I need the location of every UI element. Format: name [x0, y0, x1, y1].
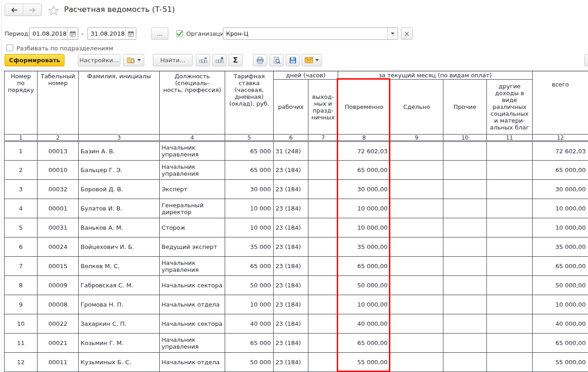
print-button[interactable]	[253, 54, 267, 66]
cell-other	[443, 276, 487, 295]
cell-piece	[390, 161, 443, 180]
cell-position: Начальник сектора	[160, 314, 225, 334]
cell-position: Начальник управления	[160, 161, 225, 180]
cell-n: 5	[5, 218, 38, 237]
table-row: 300032Боровой Д. В.Эксперт30 00023 (184)…	[5, 180, 588, 199]
cell-rate: 35 000	[225, 237, 274, 257]
expand-groups-button[interactable]	[212, 54, 227, 66]
table-row: 400001Булатов И. В.Генеральный директор1…	[5, 199, 588, 218]
cell-time: 72 602,03	[338, 141, 390, 161]
expand-groups-icon	[216, 57, 224, 64]
back-button[interactable]	[5, 4, 23, 16]
organization-dropdown-button[interactable]	[387, 28, 398, 39]
page-title: Расчетная ведомость (Т-51)	[64, 5, 175, 14]
find-button[interactable]: Найти...	[153, 54, 193, 66]
period-from-value[interactable]: 01.08.2018	[30, 30, 67, 37]
period-more-button[interactable]: ...	[151, 27, 168, 40]
payroll-table: Номер по порядку Табельный номер Фамилия…	[4, 71, 588, 372]
cell-time: 50 000,00	[338, 276, 390, 295]
period-from-calendar-button[interactable]	[67, 28, 78, 39]
organization-value[interactable]: Крон-Ц	[223, 30, 387, 37]
cell-other	[443, 314, 487, 334]
period-label: Период:	[5, 30, 30, 37]
cell-tab: 00022	[38, 314, 79, 334]
cell-time: 10 000,00	[338, 218, 390, 237]
cell-days: 23 (184)	[274, 334, 308, 353]
cell-rate: 30 000	[225, 180, 274, 199]
cell-days: 31 (248)	[274, 141, 308, 161]
column-number: 1	[5, 135, 38, 141]
settings-button[interactable]: Настройки...	[78, 54, 120, 66]
cell-position: Начальник управления	[160, 334, 225, 353]
period-from-field[interactable]: 01.08.2018	[29, 27, 78, 40]
table-row: 1100021Козьмин Г. М.Начальник управления…	[5, 334, 588, 353]
cell-name: Войцехович И. Б.	[79, 237, 160, 257]
sum-button[interactable]: Σ	[228, 54, 243, 66]
period-to-field[interactable]: 31.08.2018	[87, 27, 136, 40]
cell-total: 10 000,00	[533, 295, 588, 314]
folder-document-icon	[127, 57, 135, 64]
preview-magnifier-icon	[273, 57, 281, 64]
generate-button[interactable]: Сформировать	[5, 54, 65, 66]
history-nav-group	[5, 4, 42, 16]
cell-position: Сторож	[160, 218, 225, 237]
forward-button[interactable]	[23, 4, 41, 16]
cell-days: 23 (184)	[274, 353, 308, 372]
cell-social	[487, 295, 533, 314]
column-number: 2	[38, 135, 79, 141]
cell-social	[487, 141, 533, 161]
preview-button[interactable]	[270, 54, 284, 66]
envelope-icon	[305, 57, 313, 63]
cell-n: 2	[5, 161, 38, 180]
header-group-row: Номер по порядку Табельный номер Фамилия…	[5, 71, 588, 80]
column-number: 11	[487, 135, 533, 141]
cell-name: Кузьминых Б. С.	[79, 353, 160, 372]
close-icon: ×	[404, 30, 410, 38]
split-by-departments-checkbox[interactable]	[6, 44, 13, 51]
cell-time: 65 000,00	[338, 257, 390, 276]
period-to-value[interactable]: 31.08.2018	[88, 30, 125, 37]
column-number: 6	[274, 135, 308, 141]
table-row: 1200011Кузьминых Б. С.Начальник отдела50…	[5, 353, 588, 372]
cell-piece	[390, 199, 443, 218]
cell-days: 23 (184)	[274, 180, 308, 199]
cell-rate: 10 000	[225, 295, 274, 314]
cell-days: 23 (184)	[274, 295, 308, 314]
column-number: 4	[160, 135, 225, 141]
cell-rate: 65 000	[225, 141, 274, 161]
cell-total: 65 000,00	[533, 161, 588, 180]
arrow-left-icon	[11, 7, 18, 13]
cell-name: Громова Н. П.	[79, 295, 160, 314]
cell-total: 40 000,00	[533, 314, 588, 334]
organization-clear-button[interactable]: ×	[401, 27, 413, 40]
cell-days: 23 (184)	[274, 218, 308, 237]
cell-piece	[390, 353, 443, 372]
report-variants-button[interactable]	[123, 54, 144, 66]
clipped-right-button[interactable]	[584, 54, 588, 66]
col-header-position: Должность (специаль- ность, профессия)	[160, 71, 225, 135]
organization-checkbox[interactable]	[176, 30, 183, 37]
period-to-calendar-button[interactable]	[125, 28, 136, 39]
cell-n: 1	[5, 141, 38, 161]
cell-time: 30 000,00	[338, 180, 390, 199]
email-button[interactable]	[302, 54, 322, 66]
col-header-days-off: выход- ных и празд- ничных	[308, 80, 338, 135]
save-button[interactable]	[286, 54, 300, 66]
cell-piece	[390, 334, 443, 353]
cell-holidays	[308, 161, 338, 180]
table-row: 500031Ваньков А. М.Сторож10 00023 (184)1…	[5, 218, 588, 237]
favorites-star-button[interactable]	[48, 4, 59, 16]
column-number: 8	[338, 135, 390, 141]
cell-days: 23 (184)	[274, 314, 308, 334]
cell-total: 10 000,00	[533, 218, 588, 237]
column-number: 10	[443, 135, 487, 141]
collapse-groups-button[interactable]	[196, 54, 210, 66]
cell-tab: 00015	[38, 257, 79, 276]
cell-social	[487, 237, 533, 257]
cell-time: 55 000,00	[338, 353, 390, 372]
organization-field[interactable]: Крон-Ц	[223, 27, 398, 40]
cell-social	[487, 218, 533, 237]
table-row: 1000022Захаркин С. П.Начальник сектора40…	[5, 314, 588, 334]
cell-name: Бальцер Г. Э.	[79, 161, 160, 180]
table-row: 900008Громова Н. П.Начальник отдела10 00…	[5, 295, 588, 314]
